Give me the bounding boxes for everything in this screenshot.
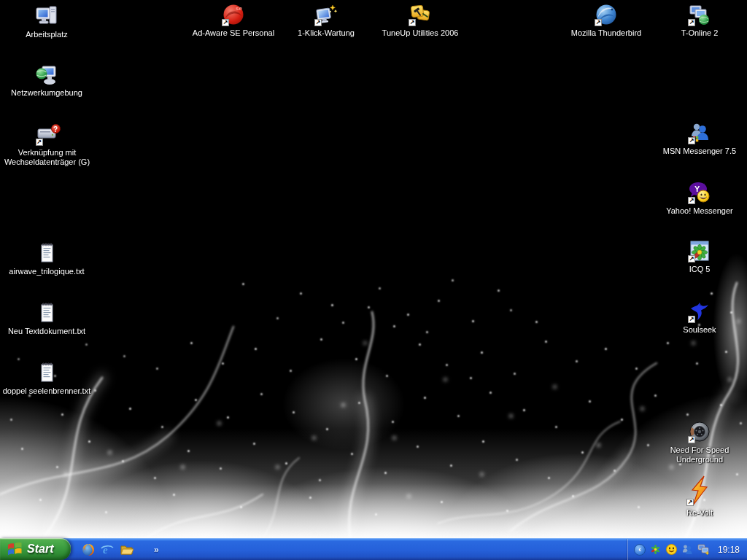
- removable-drive-icon: ? ↗: [36, 122, 59, 146]
- icon-label: TuneUp Utilities 2006: [374, 28, 467, 38]
- taskbar: Start e: [0, 538, 747, 560]
- icon-label: Soulseek: [665, 325, 735, 335]
- shortcut-arrow-icon: ↗: [686, 499, 694, 506]
- tray-msn-icon[interactable]: [681, 543, 694, 556]
- tray-yahoo-icon[interactable]: [665, 543, 678, 556]
- my-computer-icon: [35, 4, 58, 28]
- text-file-icon: [35, 361, 58, 384]
- icon-label: T-Online 2: [665, 28, 735, 38]
- system-tray: ‹: [627, 539, 747, 560]
- shortcut-arrow-icon: ↗: [688, 19, 695, 26]
- svg-text:se: se: [236, 5, 242, 12]
- desktop-icon-neu-textdokument[interactable]: Neu Textdokument.txt: [6, 301, 88, 336]
- shortcut-arrow-icon: ↗: [688, 197, 695, 204]
- desktop-icon-icq[interactable]: ↗ ICQ 5: [665, 239, 735, 274]
- desktop-icon-t-online[interactable]: ↗ T-Online 2: [665, 3, 735, 38]
- icon-label: Netzwerkumgebung: [6, 88, 88, 98]
- tray-collapse-chevron-icon[interactable]: ‹: [634, 544, 646, 556]
- icon-label: Need For Speed Underground: [660, 446, 739, 464]
- desktop-icon-thunderbird[interactable]: ↗ Mozilla Thunderbird: [560, 3, 653, 38]
- wallpaper: [0, 0, 747, 560]
- shortcut-arrow-icon: ↗: [409, 19, 416, 26]
- question-badge-icon: ?: [51, 124, 61, 133]
- shortcut-arrow-icon: ↗: [688, 255, 695, 262]
- desktop-icon-wechseldatentraeger[interactable]: ? ↗ Verknüpfung mit Wechseldatenträger (…: [0, 122, 100, 167]
- desktop-icon-adaware[interactable]: se ↗ Ad-Aware SE Personal: [187, 3, 280, 38]
- nfs-underground-icon: ↗: [688, 420, 711, 443]
- icon-label: MSN Messenger 7.5: [659, 147, 740, 156]
- desktop-icon-msn-messenger[interactable]: ↗ MSN Messenger 7.5: [659, 121, 740, 156]
- sparkle-glows: [0, 0, 1, 1]
- taskbar-clock[interactable]: 19:18: [718, 545, 740, 555]
- internet-explorer-icon[interactable]: e: [100, 542, 115, 557]
- one-click-maintenance-icon: ↗: [314, 3, 338, 26]
- folder-icon[interactable]: [119, 542, 133, 557]
- icon-label: airwave_trilogique.txt: [1, 267, 92, 276]
- shortcut-arrow-icon: ↗: [222, 19, 229, 26]
- shortcut-arrow-icon: ↗: [36, 139, 43, 146]
- icon-label: Neu Textdokument.txt: [6, 327, 88, 336]
- icon-label: Mozilla Thunderbird: [560, 28, 653, 38]
- icon-label: Re-Volt: [665, 508, 735, 518]
- desktop-icon-airwave-txt[interactable]: airwave_trilogique.txt: [1, 241, 92, 276]
- icon-label: Yahoo! Messenger: [659, 206, 740, 216]
- shortcut-arrow-icon: ↗: [688, 316, 695, 323]
- icon-label: ICQ 5: [665, 265, 735, 274]
- desktop-icon-yahoo-messenger[interactable]: Y ↗ Yahoo! Messenger: [659, 181, 740, 216]
- windows-xp-desktop: Arbeitsplatz se ↗ Ad-Aware SE Personal: [0, 0, 747, 560]
- thunderbird-icon: ↗: [595, 3, 618, 26]
- desktop-icon-1-klick-wartung[interactable]: ↗ 1-Klick-Wartung: [291, 3, 361, 38]
- icon-label: Arbeitsplatz: [12, 30, 82, 39]
- desktop-icon-soulseek[interactable]: ↗ Soulseek: [665, 300, 735, 335]
- start-button[interactable]: Start: [0, 538, 71, 560]
- text-file-icon: [35, 241, 58, 265]
- soulseek-bird-icon: ↗: [688, 300, 711, 323]
- shortcut-arrow-icon: ↗: [314, 19, 322, 26]
- t-online-icon: ↗: [688, 3, 711, 26]
- desktop-icon-re-volt[interactable]: ↗ Re-Volt: [665, 475, 735, 518]
- desktop-icon-nfs-underground[interactable]: ↗ Need For Speed Underground: [660, 420, 739, 464]
- quick-launch-bar: e »: [81, 542, 159, 557]
- desktop-icon-doppel-seelenbrenner[interactable]: doppel seelenbrenner.txt: [0, 361, 93, 396]
- desktop-icon-netzwerkumgebung[interactable]: Netzwerkumgebung: [6, 63, 88, 98]
- icon-label: doppel seelenbrenner.txt: [0, 386, 93, 396]
- desktop-icon-tuneup[interactable]: ↗ TuneUp Utilities 2006: [374, 3, 467, 38]
- yahoo-messenger-icon: Y ↗: [688, 181, 711, 204]
- tuneup-utilities-icon: ↗: [409, 3, 432, 26]
- text-file-icon: [35, 301, 58, 324]
- icon-label: Verknüpfung mit Wechseldatenträger (G): [0, 148, 100, 167]
- chevron-left-glyph: ‹: [638, 545, 641, 554]
- tray-network-status-icon[interactable]: [697, 543, 710, 556]
- ad-aware-icon: se ↗: [222, 3, 245, 26]
- icon-label: Ad-Aware SE Personal: [187, 28, 280, 38]
- shortcut-arrow-icon: ↗: [688, 137, 695, 144]
- network-places-icon: [35, 63, 58, 86]
- start-button-label: Start: [27, 542, 53, 556]
- desktop-icon-arbeitsplatz[interactable]: Arbeitsplatz: [12, 4, 82, 39]
- re-volt-lightning-icon: ↗: [686, 475, 713, 506]
- tray-icq-icon[interactable]: [649, 543, 662, 556]
- windows-flag-icon: [7, 542, 23, 556]
- icq-icon: ↗: [688, 239, 711, 262]
- quick-launch-overflow-chevron[interactable]: »: [154, 545, 159, 555]
- msn-messenger-icon: ↗: [688, 121, 711, 144]
- white-fog: [0, 241, 747, 538]
- shortcut-arrow-icon: ↗: [688, 436, 695, 443]
- icon-label: 1-Klick-Wartung: [291, 28, 361, 38]
- shortcut-arrow-icon: ↗: [595, 19, 602, 26]
- firefox-icon[interactable]: [81, 542, 96, 557]
